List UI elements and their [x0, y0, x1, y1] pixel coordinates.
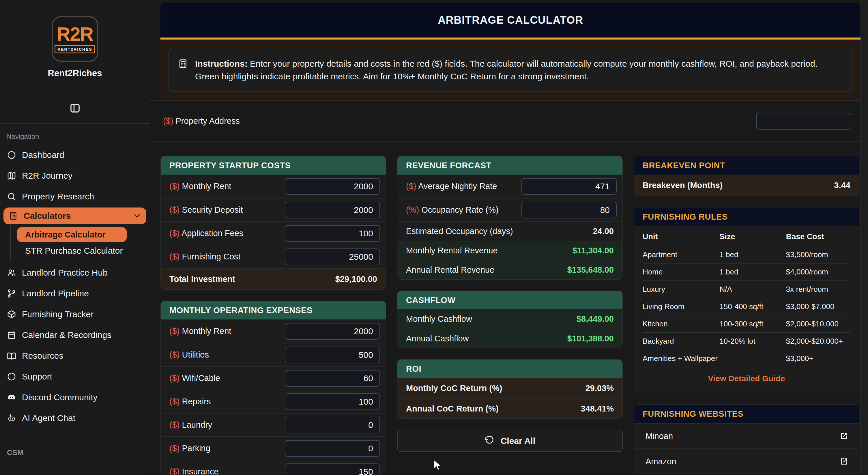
- row-label-text: Utilities: [180, 350, 209, 359]
- insurance-input[interactable]: [285, 464, 380, 475]
- wifi-cable-input[interactable]: [285, 370, 380, 387]
- sidebar-item-discord-community[interactable]: Discord Community: [0, 387, 150, 408]
- sidebar-item-calendar-recordings[interactable]: Calendar & Recordings: [0, 325, 150, 345]
- monthly-rent-input[interactable]: [285, 178, 380, 195]
- monthly-cashflow-value: $8,449.00: [577, 314, 614, 324]
- scrollbar[interactable]: [861, 0, 868, 475]
- furnishing-rules-header: FURNISHING RULES: [634, 208, 859, 226]
- row-label: ($) Laundry: [169, 420, 212, 430]
- sidebar-item-r2r-journey[interactable]: R2R Journey: [0, 165, 150, 186]
- occupancy-rate-input[interactable]: [521, 202, 617, 218]
- row-label-text: Security Deposit: [180, 205, 243, 214]
- dollar-prefix: ($): [169, 467, 180, 475]
- site-name: Amazon: [646, 457, 676, 466]
- table-row: ($) Average Nightly Rate: [397, 175, 622, 198]
- calculator-icon: [178, 59, 188, 69]
- r2r-logo: R2R RENT2RICHES: [52, 16, 98, 62]
- app-root: R2R RENT2RICHES Rent2Riches Navigation D…: [0, 0, 868, 475]
- cashflow-header: CASHFLOW: [397, 291, 622, 309]
- property-address-input[interactable]: [756, 113, 851, 130]
- roi-card: ROI Monthly CoC Return (%) 29.03% Annual…: [397, 359, 623, 419]
- calendar-icon: [7, 330, 16, 340]
- row-label: ($) Monthly Rent: [169, 182, 231, 191]
- external-link-icon: [839, 432, 849, 441]
- sidebar-item-furnishing-tracker[interactable]: Furnishing Tracker: [0, 304, 150, 325]
- parking-input[interactable]: [285, 440, 380, 457]
- clear-all-button[interactable]: Clear All: [397, 430, 623, 452]
- cell-unit: Apartment: [643, 246, 719, 263]
- instructions-text: Instructions: Enter your property detail…: [195, 57, 843, 83]
- security-deposit-input[interactable]: [285, 202, 380, 218]
- external-link-icon: [839, 457, 849, 466]
- row-label: Annual Cashflow: [406, 334, 469, 343]
- website-link-minoan[interactable]: Minoan: [634, 423, 859, 448]
- row-label-text: Monthly Rent: [180, 326, 231, 336]
- sidebar-item-label: Furnishing Tracker: [22, 309, 93, 319]
- sidebar-item-label: Calendar & Recordings: [22, 330, 112, 340]
- sidebar-item-resources[interactable]: Resources: [0, 345, 150, 366]
- breakeven-row: Breakeven (Months) 3.44: [634, 175, 859, 196]
- website-link-amazon[interactable]: Amazon: [634, 448, 859, 474]
- row-label-text: Monthly Rent: [180, 182, 231, 191]
- annual-rental-revenue-value: $135,648.00: [567, 265, 614, 275]
- laundry-input[interactable]: [285, 417, 380, 434]
- column-reference: BREAKEVEN POINT Breakeven (Months) 3.44 …: [634, 156, 859, 474]
- dollar-prefix: ($): [406, 182, 416, 191]
- sidebar-item-landlord-pipeline[interactable]: Landlord Pipeline: [0, 283, 150, 304]
- dollar-prefix: ($): [169, 228, 180, 238]
- cell-cost: $3,500/room: [786, 246, 850, 263]
- row-label: Monthly Rental Revenue: [406, 246, 498, 255]
- cell-size: 100-300 sq/ft: [719, 315, 786, 333]
- average-nightly-rate-input[interactable]: [521, 178, 617, 195]
- instructions-card: Instructions: Enter your property detail…: [168, 49, 852, 92]
- startup-costs-header: PROPERTY STARTUP COSTS: [161, 156, 386, 175]
- table-row: ($) Parking: [161, 436, 386, 460]
- estimated-occupancy-value: 24.00: [593, 226, 614, 236]
- total-investment-label: Total Investment: [169, 275, 235, 284]
- discord-icon: [7, 393, 16, 402]
- furnishing-cost-input[interactable]: [285, 249, 380, 265]
- row-label: ($) Furnishing Cost: [169, 252, 241, 261]
- sidebar-item-calculators[interactable]: Calculators: [3, 208, 146, 224]
- logo-subtitle: RENT2RICHES: [55, 45, 95, 53]
- operating-expenses-header: MONTHLY OPERATING EXPENSES: [161, 301, 386, 319]
- table-row: ($) Utilities: [161, 343, 386, 366]
- sidebar-item-str-purchase-calculator[interactable]: STR Purchase Calculator: [17, 242, 150, 259]
- dollar-prefix: ($): [169, 252, 180, 261]
- repairs-input[interactable]: [285, 393, 380, 410]
- row-label: ($) Parking: [169, 444, 210, 453]
- utilities-input[interactable]: [285, 347, 380, 363]
- row-label-text: Laundry: [180, 420, 212, 430]
- row-label: Estimated Occupancy (days): [406, 226, 513, 236]
- sidebar-collapse-button[interactable]: [69, 102, 81, 114]
- application-fees-input[interactable]: [285, 225, 380, 242]
- sidebar-item-dashboard[interactable]: Dashboard: [0, 145, 150, 165]
- annual-rental-revenue-row: Annual Rental Revenue $135,648.00: [397, 260, 622, 279]
- estimated-occupancy-row: Estimated Occupancy (days) 24.00: [397, 221, 622, 241]
- table-row: ($) Furnishing Cost: [161, 245, 386, 268]
- sidebar-item-ai-agent-chat[interactable]: AI Agent Chat: [0, 408, 150, 429]
- sidebar-item-arbitrage-calculator[interactable]: Arbitrage Calculator: [17, 227, 127, 242]
- percent-prefix: (%): [406, 205, 419, 214]
- dollar-prefix: ($): [169, 350, 180, 359]
- dollar-prefix: ($): [169, 397, 180, 406]
- row-label-text: Wifi/Cable: [180, 373, 220, 383]
- clear-all-label: Clear All: [501, 436, 535, 446]
- calculators-submenu: Arbitrage Calculator STR Purchase Calcul…: [10, 225, 150, 262]
- expense-monthly-rent-input[interactable]: [285, 323, 380, 340]
- table-row: ($) Monthly Rent: [161, 319, 386, 343]
- row-label: ($) Repairs: [169, 397, 211, 406]
- cell-unit: Backyard: [643, 333, 719, 350]
- dollar-prefix: ($): [169, 373, 180, 383]
- sidebar-item-landlord-practice-hub[interactable]: Landlord Practice Hub: [0, 262, 150, 283]
- dollar-prefix: ($): [169, 420, 180, 430]
- sidebar-item-label: Dashboard: [22, 150, 64, 160]
- row-label: Annual CoC Return (%): [406, 404, 499, 414]
- view-detailed-guide-link[interactable]: View Detailed Guide: [643, 367, 850, 393]
- property-address-label: ($) Property Address: [163, 116, 240, 126]
- cell-size: 150-400 sq/ft: [719, 298, 786, 315]
- sidebar-item-support[interactable]: Support: [0, 366, 150, 387]
- circle-icon: [7, 150, 16, 160]
- sidebar-item-property-research[interactable]: Property Research: [0, 186, 150, 207]
- roi-header: ROI: [397, 359, 622, 378]
